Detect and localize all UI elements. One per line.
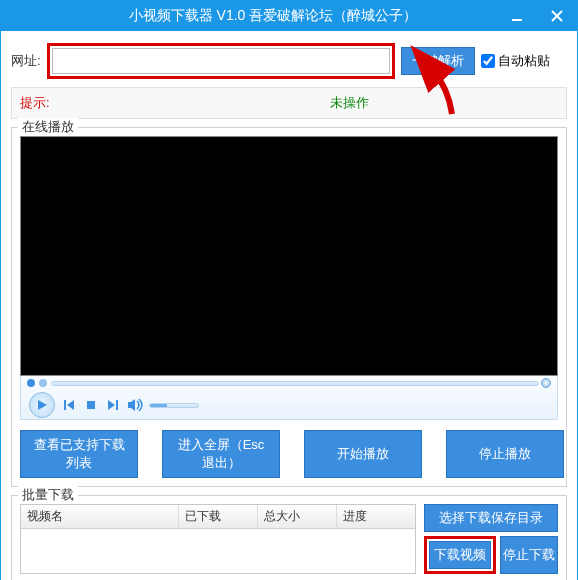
- seek-start-icon: [27, 379, 35, 387]
- skip-forward-icon: [107, 399, 119, 411]
- auto-paste-checkbox[interactable]: [481, 54, 495, 68]
- svg-rect-4: [64, 400, 66, 410]
- seek-start-icon-2: [39, 379, 47, 387]
- play-button[interactable]: [29, 392, 55, 418]
- svg-marker-5: [67, 400, 74, 410]
- online-play-group: 在线播放: [11, 127, 567, 487]
- batch-download-group: 批量下载 视频名 已下载 总大小 进度 选择下载保存目录 下载视频 停止下载: [11, 495, 567, 580]
- video-canvas[interactable]: [20, 136, 558, 376]
- minimize-icon: [511, 10, 523, 22]
- titlebar[interactable]: 小视频下载器 V1.0 吾爱破解论坛（醉城公子）: [1, 1, 577, 31]
- volume-icon: [127, 398, 143, 412]
- col-downloaded: 已下载: [179, 505, 258, 528]
- auto-paste-text: 自动粘贴: [498, 52, 550, 70]
- stop-download-button[interactable]: 停止下载: [500, 536, 558, 574]
- prev-button[interactable]: [61, 397, 77, 413]
- view-supported-list-button[interactable]: 查看已支持下载列表: [20, 430, 138, 478]
- col-name: 视频名: [21, 505, 179, 528]
- col-total-size: 总大小: [258, 505, 337, 528]
- status-bar: 提示: 未操作: [11, 87, 567, 119]
- table-header: 视频名 已下载 总大小 进度: [21, 505, 415, 529]
- volume-fill: [150, 404, 167, 407]
- svg-rect-8: [116, 400, 118, 410]
- svg-marker-3: [38, 400, 47, 410]
- title-controls: [497, 1, 577, 31]
- stop-play-button[interactable]: 停止播放: [446, 430, 564, 478]
- choose-save-dir-button[interactable]: 选择下载保存目录: [424, 504, 558, 532]
- close-button[interactable]: [537, 1, 577, 31]
- close-icon: [551, 10, 563, 22]
- app-window: 小视频下载器 V1.0 吾爱破解论坛（醉城公子） 网址: 一键解析 自动粘贴 提…: [0, 0, 578, 580]
- status-text: 未操作: [140, 94, 558, 112]
- next-button[interactable]: [105, 397, 121, 413]
- url-input[interactable]: [52, 48, 390, 74]
- skip-back-icon: [63, 399, 75, 411]
- stop-button[interactable]: [83, 397, 99, 413]
- seek-thumb[interactable]: [541, 378, 551, 388]
- seek-slider[interactable]: [51, 381, 539, 386]
- batch-title: 批量下载: [18, 486, 78, 504]
- svg-marker-7: [108, 400, 115, 410]
- annotation-download-highlight: 下载视频: [424, 536, 496, 574]
- volume-slider[interactable]: [149, 403, 199, 408]
- annotation-url-highlight: [47, 43, 395, 79]
- table-body[interactable]: [21, 529, 415, 573]
- window-title: 小视频下载器 V1.0 吾爱破解论坛（醉城公子）: [9, 7, 577, 25]
- download-video-button[interactable]: 下载视频: [429, 541, 491, 569]
- play-icon: [36, 399, 48, 411]
- player-control-bar: [20, 376, 558, 420]
- online-play-title: 在线播放: [18, 118, 78, 136]
- col-progress: 进度: [337, 505, 415, 528]
- parse-button[interactable]: 一键解析: [401, 47, 475, 75]
- tip-label: 提示:: [20, 94, 140, 112]
- download-table[interactable]: 视频名 已下载 总大小 进度: [20, 504, 416, 574]
- auto-paste-label[interactable]: 自动粘贴: [481, 52, 550, 70]
- start-play-button[interactable]: 开始播放: [304, 430, 422, 478]
- volume-button[interactable]: [127, 397, 143, 413]
- svg-rect-6: [87, 401, 95, 409]
- minimize-button[interactable]: [497, 1, 537, 31]
- fullscreen-button[interactable]: 进入全屏（Esc退出）: [162, 430, 280, 478]
- svg-marker-9: [128, 399, 135, 411]
- url-label: 网址:: [11, 52, 41, 70]
- stop-icon: [86, 400, 96, 410]
